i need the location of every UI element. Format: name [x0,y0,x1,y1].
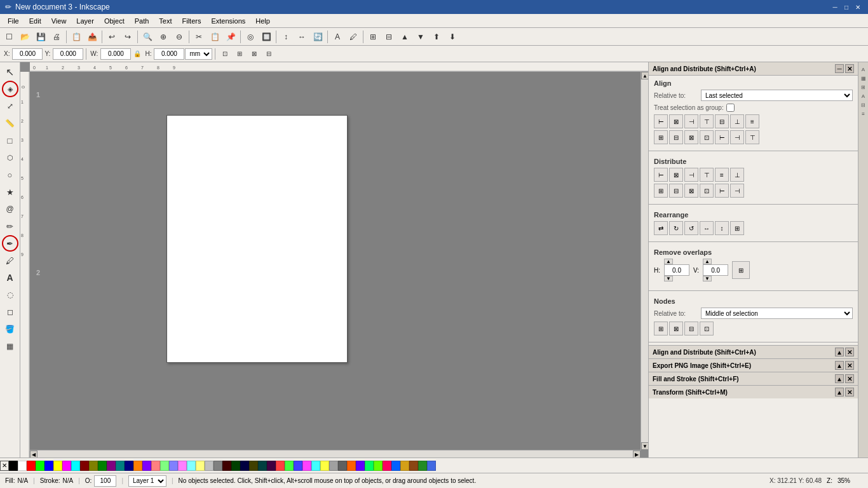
palette-color-33[interactable] [302,461,311,471]
palette-color-43[interactable] [391,461,400,471]
fill-collapsed-header[interactable]: Fill and Stroke (Shift+Ctrl+F) ▲ ✕ [649,372,858,385]
palette-color-44[interactable] [400,461,409,471]
align-bottom-edge[interactable]: ⊥ [730,114,744,128]
palette-color-45[interactable] [409,461,418,471]
layer-select[interactable]: Layer 1 [128,475,166,487]
dist-gap-v-eq[interactable]: ⊡ [700,184,714,198]
palette-color-47[interactable] [427,461,436,471]
align-left-edge[interactable]: ⊢ [654,114,668,128]
import-button[interactable]: 📋 [69,29,84,44]
menu-edit[interactable]: Edit [24,16,46,26]
snap-btn-2[interactable]: ⊞ [233,47,247,61]
redo-button[interactable]: ↪ [120,29,135,44]
palette-color-27[interactable] [249,461,258,471]
text-tool-button[interactable]: A [2,269,18,286]
flip-h-button[interactable]: ↔ [294,29,309,44]
align-center-h[interactable]: ⊠ [669,114,683,128]
align-center-v[interactable]: ⊟ [715,114,729,128]
snap-btn-1[interactable]: ⊡ [218,47,232,61]
dist-center-v-eq[interactable]: ⊟ [669,184,683,198]
palette-color-26[interactable] [240,461,249,471]
fill-color-button[interactable]: ◎ [243,29,258,44]
spiral-button[interactable]: @ [2,201,18,217]
ungroup-button[interactable]: ⊟ [381,29,397,44]
align-left-anchor[interactable]: ⊞ [654,130,668,144]
pencil-tool-button[interactable]: ✏ [2,218,18,234]
3d-box-button[interactable]: ⬡ [2,149,18,166]
palette-color-14[interactable] [133,461,142,471]
dist-baseline[interactable]: ≡ [715,168,729,182]
palette-color-34[interactable] [311,461,320,471]
spray-tool-button[interactable]: ◌ [2,287,18,303]
palette-color-18[interactable] [169,461,178,471]
palette-color-40[interactable] [365,461,374,471]
top-button[interactable]: ⬆ [429,29,444,44]
align-right-edge[interactable]: ⊣ [684,114,698,128]
palette-color-3[interactable] [36,461,44,471]
transform-collapsed-header[interactable]: Transform (Shift+Ctrl+M) ▲ ✕ [649,386,858,398]
export-close-button[interactable]: ✕ [845,361,854,370]
h-overlap-input[interactable] [664,264,689,276]
rotate-clockwise[interactable]: ↻ [669,221,683,235]
align-collapsed-header[interactable]: Align and Distribute (Shift+Ctrl+A) ▲ ✕ [649,346,858,358]
relative-to-select[interactable]: Last selected First selected Biggest obj… [701,90,853,101]
exchange-positions[interactable]: ⇄ [654,221,668,235]
snap-btn-3[interactable]: ⊠ [247,47,261,61]
dist-top-eq[interactable]: ⊞ [654,184,668,198]
pen-tool-button[interactable]: ✒ [2,235,18,252]
palette-color-36[interactable] [329,461,338,471]
stroke-button[interactable]: 🔲 [259,29,274,44]
horizontal-scrollbar[interactable]: ◀ ▶ [30,450,641,458]
palette-color-37[interactable] [338,461,347,471]
close-button[interactable]: ✕ [853,3,863,11]
palette-color-28[interactable] [258,461,267,471]
v-overlap-down[interactable]: ▼ [703,276,712,281]
open-button[interactable]: 📂 [17,29,32,44]
flip-v-button[interactable]: ↕ [278,29,294,44]
group-button[interactable]: ⊞ [365,29,381,44]
fill-expand-button[interactable]: ▲ [835,374,844,383]
palette-color-25[interactable] [231,461,240,471]
palette-color-11[interactable] [107,461,116,471]
zoom-in-button[interactable]: ⊕ [156,29,171,44]
zoom-fit-button[interactable]: 🔍 [140,29,155,44]
node-center-h[interactable]: ⊠ [669,322,683,336]
v-overlap-up[interactable]: ▲ [703,259,712,264]
palette-color-0[interactable] [9,461,18,471]
palette-color-39[interactable] [356,461,365,471]
right-strip-btn-4[interactable]: A [859,92,868,100]
scroll-right-button[interactable]: ▶ [633,451,641,458]
node-align-v[interactable]: ⊟ [684,322,698,336]
lock-aspect-button[interactable]: 🔒 [132,48,143,60]
v-overlap-input[interactable] [703,264,728,276]
align-top-anchor[interactable]: ⊡ [700,130,714,144]
snap-btn-4[interactable]: ⊟ [262,47,276,61]
palette-color-8[interactable] [80,461,89,471]
y-input[interactable] [53,48,83,60]
dist-right-eq[interactable]: ⊣ [684,168,698,182]
right-strip-btn-5[interactable]: ⊟ [859,100,868,109]
rotate-button[interactable]: 🔄 [310,29,325,44]
palette-color-22[interactable] [205,461,214,471]
flip-h-rearrange[interactable]: ↔ [700,221,714,235]
palette-color-5[interactable] [53,461,62,471]
node-tool-button[interactable]: ◈ [2,81,18,97]
rotate-counter[interactable]: ↺ [684,221,698,235]
palette-color-30[interactable] [276,461,285,471]
w-input[interactable] [100,48,131,60]
menu-extensions[interactable]: Extensions [206,16,250,26]
zoom-canvas-button[interactable]: ⤢ [2,98,18,114]
menu-object[interactable]: Object [99,16,130,26]
menu-file[interactable]: File [3,16,24,26]
align-baseline-anchor[interactable]: ⊤ [745,130,759,144]
dist-bottom-eq[interactable]: ⊠ [684,184,698,198]
palette-color-15[interactable] [142,461,151,471]
x-input[interactable] [12,48,43,60]
cut-button[interactable]: ✂ [191,29,207,44]
star-tool-button[interactable]: ★ [2,184,18,200]
dist-extra1[interactable]: ⊥ [730,168,744,182]
palette-color-10[interactable] [98,461,107,471]
nodes-relative-select[interactable]: Middle of selection First selected Last … [701,308,853,319]
right-strip-btn-1[interactable]: A [859,65,868,74]
dist-extra3[interactable]: ⊣ [730,184,744,198]
